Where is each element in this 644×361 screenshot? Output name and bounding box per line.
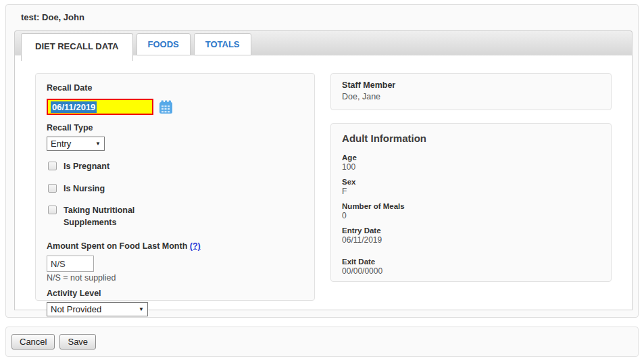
- activity-level-label: Activity Level: [47, 289, 303, 298]
- tab-strip: DIET RECALL DATA FOODS TOTALS: [14, 30, 633, 55]
- taking-supplements-checkbox[interactable]: [48, 206, 57, 214]
- recall-date-value: 06/11/2019: [51, 101, 97, 113]
- exit-date-value: 00/00/0000: [342, 266, 600, 276]
- adult-information-panel: Adult Information Age 100 Sex F Number o…: [330, 123, 612, 282]
- is-nursing-label[interactable]: Is Nursing: [64, 183, 105, 195]
- recall-date-label: Recall Date: [47, 83, 303, 93]
- tab-content: Recall Date 06/11/2019: [14, 55, 633, 310]
- tab-diet-recall-data[interactable]: DIET RECALL DATA: [21, 33, 133, 61]
- tab-widget: DIET RECALL DATA FOODS TOTALS Recall Dat…: [14, 30, 633, 310]
- right-column: Staff Member Doe, Jane Adult Information…: [330, 73, 612, 310]
- amount-spent-hint: N/S = not supplied: [47, 273, 303, 283]
- number-of-meals-row: Number of Meals 0: [342, 202, 600, 220]
- sex-row: Sex F: [342, 178, 600, 196]
- tab-foods[interactable]: FOODS: [137, 33, 191, 55]
- entry-date-value: 06/11/2019: [342, 235, 600, 245]
- number-of-meals-value: 0: [342, 211, 600, 220]
- dropdown-arrow-icon: ▼: [95, 141, 101, 147]
- is-pregnant-checkbox[interactable]: [48, 162, 57, 170]
- is-nursing-checkbox[interactable]: [48, 184, 57, 193]
- adult-information-title: Adult Information: [342, 133, 600, 144]
- amount-spent-input[interactable]: [47, 256, 94, 272]
- recall-type-label: Recall Type: [47, 123, 303, 133]
- cancel-button[interactable]: Cancel: [11, 334, 55, 350]
- age-row: Age 100: [342, 153, 600, 172]
- main-card: test: Doe, John DIET RECALL DATA FOODS T…: [5, 4, 639, 318]
- tab-totals[interactable]: TOTALS: [194, 33, 251, 55]
- exit-date-label: Exit Date: [342, 258, 600, 266]
- entry-date-label: Entry Date: [342, 226, 600, 235]
- recall-type-value: Entry: [51, 139, 71, 149]
- staff-member-label: Staff Member: [342, 80, 600, 90]
- entry-date-row: Entry Date 06/11/2019: [342, 226, 600, 245]
- age-label: Age: [342, 153, 600, 162]
- activity-level-select[interactable]: Not Provided ▼: [47, 302, 148, 316]
- amount-spent-label: Amount Spent on Food Last Month (?): [47, 241, 303, 251]
- amount-spent-help-link[interactable]: (?): [190, 241, 201, 251]
- dropdown-arrow-icon: ▼: [139, 306, 144, 312]
- staff-member-panel: Staff Member Doe, Jane: [330, 73, 612, 110]
- sex-value: F: [342, 187, 600, 196]
- taking-supplements-row: Taking Nutritional Supplements: [47, 205, 303, 228]
- exit-date-row: Exit Date 00/00/0000: [342, 258, 600, 276]
- taking-supplements-label[interactable]: Taking Nutritional Supplements: [64, 205, 172, 228]
- staff-member-value: Doe, Jane: [342, 92, 600, 101]
- recall-type-select[interactable]: Entry ▼: [47, 137, 105, 151]
- recall-date-input[interactable]: 06/11/2019: [47, 99, 153, 115]
- is-pregnant-label[interactable]: Is Pregnant: [64, 161, 109, 173]
- age-value: 100: [342, 162, 600, 172]
- sex-label: Sex: [342, 178, 600, 186]
- diet-recall-form-panel: Recall Date 06/11/2019: [35, 73, 315, 301]
- calendar-icon[interactable]: [159, 100, 173, 114]
- is-nursing-row: Is Nursing: [47, 183, 303, 195]
- action-bar: Cancel Save: [5, 327, 639, 357]
- save-button[interactable]: Save: [59, 334, 96, 350]
- is-pregnant-row: Is Pregnant: [47, 161, 303, 173]
- number-of-meals-label: Number of Meals: [342, 202, 600, 210]
- activity-level-value: Not Provided: [51, 304, 101, 314]
- page-title: test: Doe, John: [21, 12, 630, 22]
